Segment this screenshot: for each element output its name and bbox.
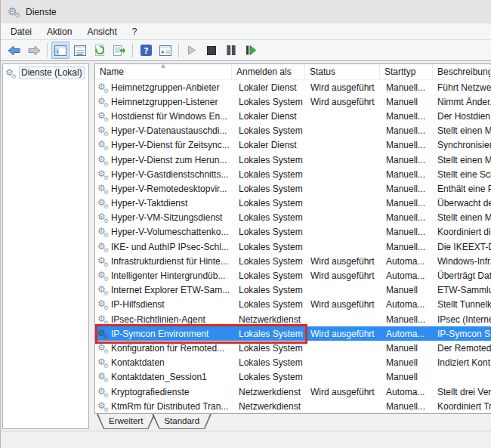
cell-name: Heimnetzgruppen-Listener: [95, 94, 232, 109]
show-console-tree-button[interactable]: [51, 42, 69, 59]
cell-name: IPsec-Richtlinien-Agent: [95, 312, 232, 326]
table-row[interactable]: IP-HilfsdienstLokales SystemWird ausgefü…: [95, 298, 491, 312]
table-row[interactable]: Internet Explorer ETW-Sam...Lokales Syst…: [95, 283, 491, 298]
window-title: Dienste: [26, 7, 57, 17]
service-gear-icon: [97, 256, 109, 267]
service-name: Kontaktdaten: [111, 357, 165, 368]
tab-standard[interactable]: Standard: [152, 414, 212, 429]
service-gear-icon: [97, 387, 109, 397]
table-row[interactable]: KtmRm für Distributed Tran...Netzwerkdie…: [95, 399, 491, 413]
cell-startup: Manuell...: [380, 181, 433, 196]
table-row[interactable]: Hyper-V-TaktdienstLokales SystemManuell.…: [95, 196, 491, 211]
table-row[interactable]: Heimnetzgruppen-AnbieterLokaler DienstWi…: [95, 80, 491, 94]
column-header-anmelden-als[interactable]: Anmelden als: [232, 64, 305, 80]
table-row[interactable]: IP-Symcon EnvironmentLokales SystemWird …: [95, 326, 491, 341]
table-row[interactable]: KryptografiediensteNetzwerkdienstWird au…: [95, 385, 491, 399]
column-header-name[interactable]: ▲ Name: [95, 64, 232, 80]
table-row[interactable]: Hyper-V-Dienst für Zeitsync...Lokaler Di…: [95, 138, 491, 153]
service-name: Hyper-V-Taktdienst: [111, 198, 187, 209]
table-row[interactable]: Infrastrukturdienst für Hinte...Lokales …: [95, 254, 491, 268]
back-button[interactable]: [5, 42, 23, 59]
cell-description: IPsec (Interne...: [433, 312, 491, 326]
table-row[interactable]: Hyper-V-VM-SitzungsdienstLokales SystemM…: [95, 211, 491, 225]
service-name: Infrastrukturdienst für Hinte...: [111, 256, 228, 267]
cell-logon: Lokales System: [232, 153, 305, 167]
column-header-starttyp[interactable]: Starttyp: [380, 64, 433, 80]
services-gear-icon: [5, 68, 17, 79]
sort-ascending-icon: ▲: [161, 64, 165, 69]
service-name: Kryptografiedienste: [111, 387, 189, 397]
table-row[interactable]: Kontaktdaten_Session1Lokales SystemManue…: [95, 370, 491, 385]
table-row[interactable]: Hyper-V-Datenaustauschdi...Lokales Syste…: [95, 124, 491, 138]
toolbar: ?: [1, 39, 491, 61]
cell-status: [305, 225, 380, 239]
start-service-button[interactable]: [183, 42, 201, 59]
table-row[interactable]: Hyper-V-Volumeschattenko...Lokales Syste…: [95, 225, 491, 239]
table-row[interactable]: Heimnetzgruppen-ListenerLokales SystemWi…: [95, 94, 491, 109]
start-service-icon: [187, 45, 196, 55]
tab-erweitert[interactable]: Erweitert: [97, 414, 155, 429]
stop-service-button[interactable]: [202, 42, 221, 59]
menu-bar: Datei Aktion Ansicht ?: [1, 23, 491, 39]
cell-logon: Lokales System: [232, 283, 305, 298]
column-header-status[interactable]: Status: [305, 64, 380, 80]
table-row[interactable]: Hostdienst für Windows En...Lokaler Dien…: [95, 109, 491, 123]
table-row[interactable]: KontaktdatenLokales SystemManuellIndizie…: [95, 356, 491, 370]
table-row[interactable]: Konfiguration für Remoted...Lokales Syst…: [95, 341, 491, 355]
refresh-button[interactable]: [91, 42, 109, 59]
service-name: Heimnetzgruppen-Anbieter: [111, 82, 219, 93]
cell-logon: Netzwerkdienst: [232, 399, 305, 413]
export-list-button[interactable]: [110, 42, 128, 59]
services-table-body: Heimnetzgruppen-AnbieterLokaler DienstWi…: [95, 80, 491, 413]
service-name: Hyper-V-Dienst für Zeitsync...: [111, 140, 230, 150]
cell-name: Kontaktdaten: [95, 356, 232, 370]
cell-startup: Manuell...: [380, 109, 433, 123]
cell-name: Hyper-V-Taktdienst: [95, 196, 232, 211]
table-row[interactable]: Intelligenter Hintergrundüb...Lokales Sy…: [95, 268, 491, 283]
service-name: KtmRm für Distributed Tran...: [111, 401, 228, 412]
service-name: Hyper-V-Datenaustauschdi...: [111, 125, 227, 136]
service-gear-icon: [97, 212, 109, 223]
services-gear-icon: [8, 6, 20, 17]
help-button[interactable]: ?: [137, 42, 155, 59]
service-name: Kontaktdaten_Session1: [111, 372, 207, 382]
table-row[interactable]: IPsec-Richtlinien-AgentNetzwerkdienstMan…: [95, 312, 491, 326]
cell-status: [305, 196, 380, 211]
pause-service-button[interactable]: [222, 42, 240, 59]
service-gear-icon: [97, 97, 109, 107]
cell-startup: Manuell...: [380, 196, 433, 211]
view-tabs: Erweitert Standard: [94, 414, 491, 429]
cell-description: Stellt einen M...: [433, 211, 491, 225]
menu-ansicht[interactable]: Ansicht: [79, 25, 124, 39]
cell-logon: Lokales System: [232, 181, 305, 196]
table-row[interactable]: Hyper-V-Gastdienstschnitts...Lokales Sys…: [95, 167, 491, 181]
cell-logon: Lokales System: [232, 254, 305, 268]
table-row[interactable]: Hyper-V-Dienst zum Herun...Lokales Syste…: [95, 153, 491, 167]
cell-name: Hyper-V-Remotedesktopvir...: [95, 181, 232, 196]
forward-button[interactable]: [25, 42, 43, 59]
service-gear-icon: [97, 329, 109, 339]
cell-startup: Manuell...: [380, 399, 433, 413]
export-list-icon: [113, 45, 126, 56]
title-bar: Dienste: [1, 0, 491, 23]
cell-status: [305, 109, 380, 123]
sidebar-item-dienste-lokal[interactable]: Dienste (Lokal): [3, 64, 88, 81]
service-gear-icon: [97, 343, 109, 354]
service-name: Internet Explorer ETW-Sam...: [111, 285, 230, 295]
restart-service-button[interactable]: [242, 42, 260, 59]
menu-aktion[interactable]: Aktion: [39, 25, 79, 39]
column-header-beschreibung[interactable]: Beschreibung: [433, 64, 491, 80]
table-row[interactable]: IKE- und AuthIP IPsec-Schl...Lokales Sys…: [95, 239, 491, 254]
cell-name: Hyper-V-Datenaustauschdi...: [95, 124, 232, 138]
cell-status: [305, 370, 380, 385]
service-name: Hyper-V-VM-Sitzungsdienst: [111, 212, 222, 223]
menu-hilfe[interactable]: ?: [125, 25, 145, 39]
table-row[interactable]: Hyper-V-Remotedesktopvir...Lokales Syste…: [95, 181, 491, 196]
cell-status: [305, 153, 380, 167]
action-pane-button[interactable]: [156, 42, 174, 59]
menu-datei[interactable]: Datei: [3, 25, 39, 39]
cell-name: IP-Symcon Environment: [95, 326, 232, 341]
cell-status: Wird ausgeführt: [305, 254, 380, 268]
properties-button[interactable]: [71, 42, 89, 59]
cell-logon: Lokales System: [232, 124, 305, 138]
